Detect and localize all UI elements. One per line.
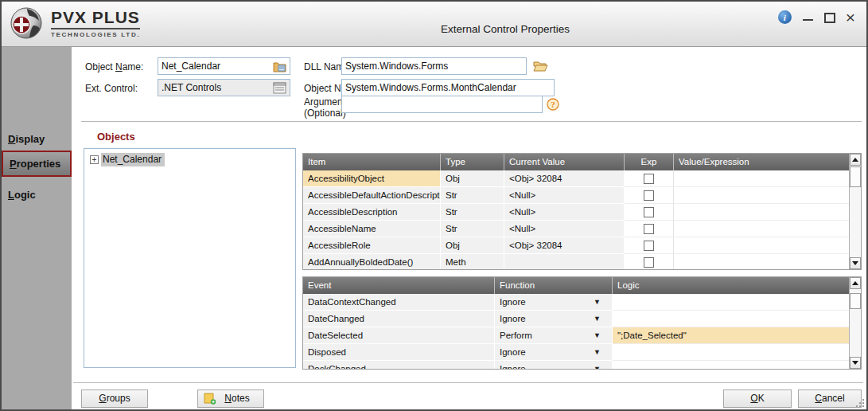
current-value-cell: <Null> xyxy=(504,187,625,204)
logic-cell[interactable] xyxy=(613,294,850,311)
column-header-item: Item xyxy=(303,154,441,170)
function-value: Ignore xyxy=(500,344,526,360)
events-header-row: Event Function Logic xyxy=(303,277,850,294)
arguments-input[interactable] xyxy=(341,96,543,113)
item-cell[interactable]: AccessibleRole xyxy=(303,237,441,254)
exp-checkbox[interactable] xyxy=(644,174,654,184)
table-row[interactable]: AccessibleDescription Str <Null> xyxy=(303,204,850,221)
logic-cell[interactable] xyxy=(613,311,850,327)
value-expression-cell[interactable] xyxy=(674,187,850,204)
logic-cell[interactable] xyxy=(613,361,850,370)
dropdown-arrow-icon[interactable]: ▼ xyxy=(594,332,601,339)
table-row[interactable]: Disposed Ignore ▼ xyxy=(303,344,850,361)
value-expression-cell[interactable] xyxy=(674,254,850,270)
logic-cell[interactable] xyxy=(613,344,850,361)
table-row[interactable]: DockChanged Ignore ▼ xyxy=(303,361,850,370)
function-dropdown[interactable]: Ignore ▼ xyxy=(495,294,613,311)
table-row[interactable]: AccessibleDefaultActionDescription Str <… xyxy=(303,187,850,204)
arguments-help-icon[interactable]: ? xyxy=(547,98,559,111)
value-expression-cell[interactable] xyxy=(674,204,850,221)
clr-object-name-input[interactable] xyxy=(341,79,555,96)
properties-scrollbar[interactable] xyxy=(849,154,861,269)
table-row[interactable]: DataContextChanged Ignore ▼ xyxy=(303,294,850,311)
info-glyph: i xyxy=(784,13,786,22)
type-cell: Str xyxy=(441,204,504,221)
value-expression-cell[interactable] xyxy=(674,237,850,254)
dropdown-arrow-icon[interactable]: ▼ xyxy=(594,366,601,370)
exp-checkbox[interactable] xyxy=(644,190,654,201)
object-name-browse-icon[interactable] xyxy=(273,61,286,72)
brand-text: PVX PLUS TECHNOLOGIES LTD. xyxy=(51,8,140,38)
exp-checkbox[interactable] xyxy=(644,257,654,268)
function-dropdown[interactable]: Ignore ▼ xyxy=(495,311,613,327)
close-button[interactable]: × xyxy=(846,11,855,24)
item-cell[interactable]: AccessibleName xyxy=(303,221,441,237)
exp-checkbox[interactable] xyxy=(644,241,654,251)
scrollbar-thumb[interactable] xyxy=(850,166,861,187)
function-dropdown[interactable]: Ignore ▼ xyxy=(495,344,613,361)
exp-cell xyxy=(625,170,674,187)
value-expression-cell[interactable] xyxy=(674,170,850,187)
scrollbar-thumb[interactable] xyxy=(850,293,861,309)
item-cell[interactable]: AccessibleDefaultActionDescription xyxy=(303,187,441,204)
function-value: Ignore xyxy=(500,311,526,327)
tree-expander-icon[interactable]: + xyxy=(90,155,99,164)
tree-item-net-calendar[interactable]: + Net_Calendar xyxy=(90,153,295,166)
event-cell[interactable]: DockChanged xyxy=(303,361,495,370)
table-row[interactable]: AccessibleRole Obj <Obj> 32084 xyxy=(303,237,850,254)
resize-grip[interactable] xyxy=(856,399,864,407)
dropdown-arrow-icon[interactable]: ▼ xyxy=(594,349,601,356)
cancel-button[interactable]: Cancel xyxy=(798,389,862,408)
scrollbar-up-arrow[interactable] xyxy=(850,154,861,166)
function-dropdown[interactable]: Ignore ▼ xyxy=(495,361,613,370)
groups-button[interactable]: Groups xyxy=(81,389,148,408)
value-expression-cell[interactable] xyxy=(674,221,850,237)
event-cell[interactable]: DataContextChanged xyxy=(303,294,495,311)
dll-browse-folder-icon[interactable] xyxy=(533,60,548,72)
info-icon[interactable]: i xyxy=(778,10,792,24)
maximize-button[interactable] xyxy=(824,13,835,23)
event-cell[interactable]: Disposed xyxy=(303,344,495,361)
sidebar-item-display[interactable]: Display xyxy=(2,128,72,150)
item-cell[interactable]: AccessibilityObject xyxy=(303,170,441,187)
function-dropdown[interactable]: Perform ▼ xyxy=(495,327,613,344)
window-controls: i × xyxy=(778,10,855,24)
events-scrollbar[interactable] xyxy=(849,277,861,369)
table-row[interactable]: AccessibilityObject Obj <Obj> 32084 xyxy=(303,170,850,187)
current-value-cell: <Obj> 32084 xyxy=(504,237,625,254)
ext-control-input[interactable] xyxy=(158,79,290,96)
brand-subtitle: TECHNOLOGIES LTD. xyxy=(51,31,140,38)
item-cell[interactable]: AddAnnuallyBoldedDate() xyxy=(303,254,441,270)
table-row-selected[interactable]: DateSelected Perform ▼ ";Date_Selected" xyxy=(303,327,850,344)
external-control-properties-window: PVX PLUS TECHNOLOGIES LTD. External Cont… xyxy=(0,0,868,411)
scrollbar-down-arrow[interactable] xyxy=(850,257,861,269)
function-value: Ignore xyxy=(500,361,526,370)
properties-table: Item Type Current Value Exp Value/Expres… xyxy=(302,153,862,270)
item-cell[interactable]: AccessibleDescription xyxy=(303,204,441,221)
scrollbar-down-arrow[interactable] xyxy=(850,357,861,369)
table-row[interactable]: AccessibleName Str <Null> xyxy=(303,221,850,237)
column-header-function: Function xyxy=(495,277,613,294)
dropdown-arrow-icon[interactable]: ▼ xyxy=(594,299,601,306)
event-cell[interactable]: DateSelected xyxy=(303,327,495,344)
exp-checkbox[interactable] xyxy=(644,207,654,217)
ext-control-list-icon[interactable] xyxy=(273,82,286,94)
minimize-button[interactable] xyxy=(802,11,814,24)
sidebar-item-properties[interactable]: Properties xyxy=(2,151,72,177)
type-cell: Meth xyxy=(441,254,504,270)
object-name-input[interactable] xyxy=(158,57,290,75)
ok-button[interactable]: OK xyxy=(723,389,792,408)
brand-name: PVX PLUS xyxy=(51,8,140,29)
scrollbar-up-arrow[interactable] xyxy=(850,277,861,289)
table-row[interactable]: DateChanged Ignore ▼ xyxy=(303,311,850,327)
table-row[interactable]: AddAnnuallyBoldedDate() Meth xyxy=(303,254,850,270)
exp-cell xyxy=(625,187,674,204)
event-cell[interactable]: DateChanged xyxy=(303,311,495,327)
logic-cell[interactable]: ";Date_Selected" xyxy=(613,327,850,344)
exp-checkbox[interactable] xyxy=(644,224,654,234)
tree-item-label[interactable]: Net_Calendar xyxy=(101,153,165,166)
current-value-cell: <Obj> 32084 xyxy=(504,170,625,187)
dll-name-input[interactable] xyxy=(341,57,527,75)
sidebar-item-logic[interactable]: Logic xyxy=(2,184,72,206)
dropdown-arrow-icon[interactable]: ▼ xyxy=(594,315,601,323)
